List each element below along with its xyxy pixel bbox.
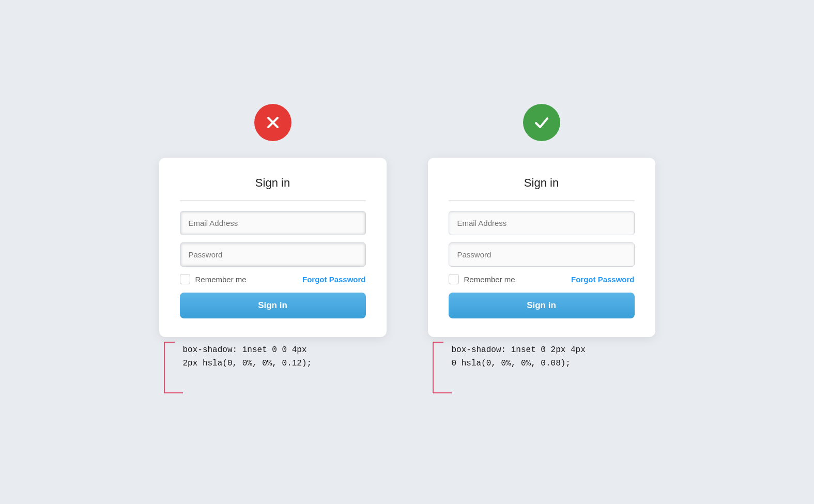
bad-remember-left: Remember me — [180, 274, 247, 284]
bad-email-group — [180, 211, 366, 235]
good-badge — [523, 104, 560, 141]
bad-remember-checkbox[interactable] — [180, 274, 190, 284]
bad-card: Sign in Remember me Forgot Password Sign… — [159, 158, 387, 337]
bad-email-input[interactable] — [180, 211, 366, 235]
good-remember-left: Remember me — [449, 274, 515, 284]
bad-card-wrapper: Sign in Remember me Forgot Password Sign… — [159, 158, 387, 400]
good-email-input[interactable] — [449, 211, 635, 235]
good-remember-row: Remember me Forgot Password — [449, 274, 635, 284]
bad-card-divider — [180, 200, 366, 201]
bad-card-title: Sign in — [180, 176, 366, 190]
good-password-group — [449, 242, 635, 267]
bad-annotation: box-shadow: inset 0 0 4px 2px hsla(0, 0%… — [159, 337, 387, 400]
bad-badge — [254, 104, 291, 141]
good-card: Sign in Remember me Forgot Password Sign… — [428, 158, 655, 337]
good-card-divider — [449, 200, 635, 201]
bad-password-group — [180, 242, 366, 267]
check-icon — [532, 113, 551, 132]
bad-panel: Sign in Remember me Forgot Password Sign… — [159, 104, 387, 400]
bad-remember-label: Remember me — [195, 275, 247, 284]
good-card-title: Sign in — [449, 176, 635, 190]
good-bracket — [428, 341, 452, 400]
good-remember-checkbox[interactable] — [449, 274, 459, 284]
x-icon — [264, 113, 282, 132]
good-sign-in-button[interactable]: Sign in — [449, 293, 635, 318]
good-card-wrapper: Sign in Remember me Forgot Password Sign… — [428, 158, 655, 400]
good-password-input[interactable] — [449, 242, 635, 267]
bad-bracket — [159, 341, 183, 400]
good-code-text: box-shadow: inset 0 2px 4px 0 hsla(0, 0%… — [452, 341, 586, 371]
bad-code-text: box-shadow: inset 0 0 4px 2px hsla(0, 0%… — [183, 341, 312, 371]
good-annotation: box-shadow: inset 0 2px 4px 0 hsla(0, 0%… — [428, 337, 655, 400]
bad-forgot-link[interactable]: Forgot Password — [302, 275, 366, 284]
good-panel: Sign in Remember me Forgot Password Sign… — [428, 104, 655, 400]
good-forgot-link[interactable]: Forgot Password — [571, 275, 635, 284]
bad-remember-row: Remember me Forgot Password — [180, 274, 366, 284]
good-email-group — [449, 211, 635, 235]
bad-sign-in-button[interactable]: Sign in — [180, 293, 366, 318]
good-remember-label: Remember me — [464, 275, 515, 284]
bad-password-input[interactable] — [180, 242, 366, 267]
